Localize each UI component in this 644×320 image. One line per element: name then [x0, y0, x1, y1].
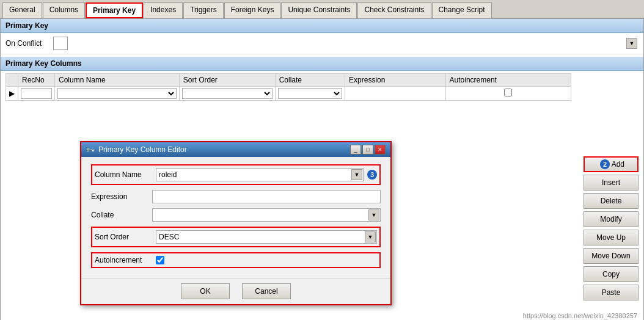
pk-columns-table: RecNo Column Name Sort Order Collate Exp…: [5, 73, 571, 101]
expression-row: Expression: [91, 190, 381, 203]
column-name-cell[interactable]: [55, 87, 180, 101]
on-conflict-select-wrapper: ▼: [53, 37, 639, 50]
sort-order-cell[interactable]: [179, 87, 275, 101]
collate-mini-select[interactable]: [278, 88, 342, 99]
sort-order-mini-select[interactable]: [182, 88, 273, 99]
sort-order-select-wrapper: DESC ASC ▼: [156, 230, 377, 244]
dialog-icon: 🗝: [86, 145, 95, 155]
table-area: RecNo Column Name Sort Order Collate Exp…: [1, 71, 643, 103]
dialog-titlebar: 🗝 Primary Key Column Editor _ □ ✕: [81, 142, 390, 157]
autoincrement-table-checkbox[interactable]: [504, 89, 512, 96]
autoincrement-label: Autoincrement: [95, 256, 156, 264]
column-name-row: Column Name roleid ▼ 3: [91, 164, 381, 185]
pk-column-editor-dialog[interactable]: 🗝 Primary Key Column Editor _ □ ✕ Column…: [80, 141, 392, 305]
collate-select[interactable]: [152, 208, 381, 222]
column-name-badge: 3: [367, 170, 377, 180]
rec-no-cell[interactable]: [18, 87, 55, 101]
tab-general[interactable]: General: [2, 2, 42, 18]
add-badge: 2: [600, 159, 610, 169]
row-arrow-icon: ▶: [9, 89, 15, 98]
tab-change-script[interactable]: Change Script: [432, 2, 492, 18]
dialog-ok-button[interactable]: OK: [181, 283, 230, 299]
dialog-body: Column Name roleid ▼ 3 Expression: [81, 157, 390, 278]
modify-button[interactable]: Modify: [584, 211, 639, 227]
column-name-label: Column Name: [95, 170, 156, 179]
sort-order-label: Sort Order: [95, 233, 156, 241]
row-indicator-cell: ▶: [6, 87, 18, 101]
collate-row: Collate ▼: [91, 208, 381, 222]
dialog-titlebar-buttons: _ □ ✕: [350, 145, 386, 155]
dialog-close-button[interactable]: ✕: [375, 145, 386, 155]
autoincrement-cell[interactable]: [445, 87, 571, 101]
add-button[interactable]: 2 Add: [584, 156, 639, 172]
dialog-title: Primary Key Column Editor: [98, 145, 350, 154]
rec-no-input[interactable]: [21, 88, 52, 99]
delete-button[interactable]: Delete: [584, 193, 639, 209]
column-name-select-wrapper: roleid ▼: [156, 168, 364, 181]
th-indicator: [6, 74, 18, 87]
autoincrement-row: Autoincrement: [91, 252, 381, 268]
column-name-select[interactable]: roleid: [156, 168, 364, 181]
th-collate: Collate: [275, 74, 345, 87]
main-content: Primary Key On Conflict ▼ Primary Key Co…: [0, 18, 644, 320]
sort-order-select[interactable]: DESC ASC: [156, 230, 377, 244]
tab-check-constraints[interactable]: Check Constraints: [357, 2, 431, 18]
tab-primary-key[interactable]: Primary Key: [86, 2, 143, 18]
paste-button[interactable]: Paste: [584, 285, 639, 300]
tab-triggers[interactable]: Triggers: [183, 2, 224, 18]
expression-label: Expression: [91, 192, 152, 201]
expression-cell[interactable]: [345, 87, 445, 101]
on-conflict-select[interactable]: [53, 37, 68, 50]
right-panel: 2 Add Insert Delete Modify Move Up Move …: [584, 156, 639, 300]
on-conflict-label: On Conflict: [5, 39, 48, 48]
th-expression: Expression: [345, 74, 445, 87]
th-recno: RecNo: [18, 74, 55, 87]
th-column-name: Column Name: [55, 74, 180, 87]
tab-foreign-keys[interactable]: Foreign Keys: [224, 2, 281, 18]
table-row: ▶: [6, 87, 571, 101]
column-name-mini-select[interactable]: [57, 88, 177, 99]
on-conflict-row: On Conflict ▼: [1, 33, 643, 54]
th-autoincrement: Autoincrement: [445, 74, 571, 87]
dialog-cancel-button[interactable]: Cancel: [242, 283, 291, 299]
on-conflict-dropdown-arrow: ▼: [626, 38, 637, 49]
dialog-restore-button[interactable]: □: [362, 145, 373, 155]
pk-columns-section-header: Primary Key Columns: [1, 57, 643, 71]
sort-order-row: Sort Order DESC ASC ▼: [91, 227, 381, 247]
collate-cell[interactable]: [275, 87, 345, 101]
autoincrement-checkbox[interactable]: [156, 256, 164, 264]
primary-key-section-header: Primary Key: [1, 19, 643, 33]
th-sort-order: Sort Order: [179, 74, 275, 87]
tab-bar: General Columns Primary Key Indexes Trig…: [0, 0, 644, 18]
collate-select-wrapper: ▼: [152, 208, 381, 222]
add-button-label: Add: [612, 160, 624, 169]
move-down-button[interactable]: Move Down: [584, 248, 639, 264]
dialog-minimize-button[interactable]: _: [350, 145, 361, 155]
dialog-footer: OK Cancel: [81, 278, 390, 304]
watermark: https://blog.csdn.net/weixin_42380257: [523, 312, 637, 319]
insert-button[interactable]: Insert: [584, 175, 639, 191]
collate-label: Collate: [91, 211, 152, 219]
move-up-button[interactable]: Move Up: [584, 230, 639, 245]
tab-indexes[interactable]: Indexes: [144, 2, 183, 18]
expression-input[interactable]: [152, 190, 381, 203]
copy-button[interactable]: Copy: [584, 266, 639, 282]
tab-unique-constraints[interactable]: Unique Constraints: [281, 2, 357, 18]
tab-columns[interactable]: Columns: [43, 2, 85, 18]
